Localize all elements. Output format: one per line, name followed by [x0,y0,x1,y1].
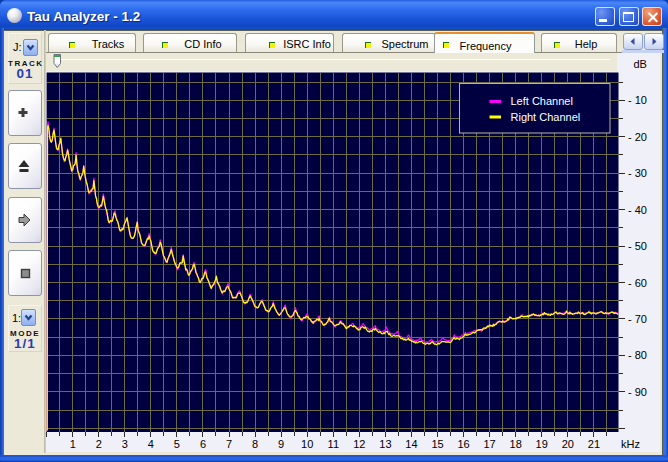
svg-text:dB: dB [634,58,647,70]
svg-text:- 10: - 10 [628,94,647,106]
svg-text:3: 3 [122,438,128,450]
svg-text:21: 21 [588,438,600,450]
svg-text:19: 19 [536,438,548,450]
svg-text:4: 4 [148,438,154,450]
svg-text:13: 13 [379,438,391,450]
svg-text:14: 14 [405,438,417,450]
svg-text:7: 7 [226,438,232,450]
svg-text:9: 9 [278,438,284,450]
svg-text:1: 1 [70,438,76,450]
svg-text:8: 8 [252,438,258,450]
svg-text:Left Channel: Left Channel [511,95,573,107]
svg-text:11: 11 [328,438,339,450]
svg-text:12: 12 [353,438,365,450]
svg-text:- 80: - 80 [628,349,647,361]
svg-text:- 90: - 90 [628,386,647,398]
svg-text:5: 5 [174,438,180,450]
svg-text:10: 10 [301,438,313,450]
svg-text:- 40: - 40 [628,204,647,216]
svg-text:2: 2 [96,438,102,450]
svg-text:- 60: - 60 [628,277,647,289]
svg-text:Right Channel: Right Channel [511,111,581,123]
svg-text:16: 16 [457,438,469,450]
svg-text:15: 15 [431,438,443,450]
svg-text:17: 17 [483,438,495,450]
svg-text:- 70: - 70 [628,313,647,325]
svg-text:- 30: - 30 [628,167,647,179]
svg-text:20: 20 [562,438,574,450]
svg-text:6: 6 [200,438,206,450]
svg-text:- 50: - 50 [628,240,647,252]
svg-text:18: 18 [510,438,522,450]
svg-text:- 20: - 20 [628,131,647,143]
svg-text:kHz: kHz [621,438,640,450]
